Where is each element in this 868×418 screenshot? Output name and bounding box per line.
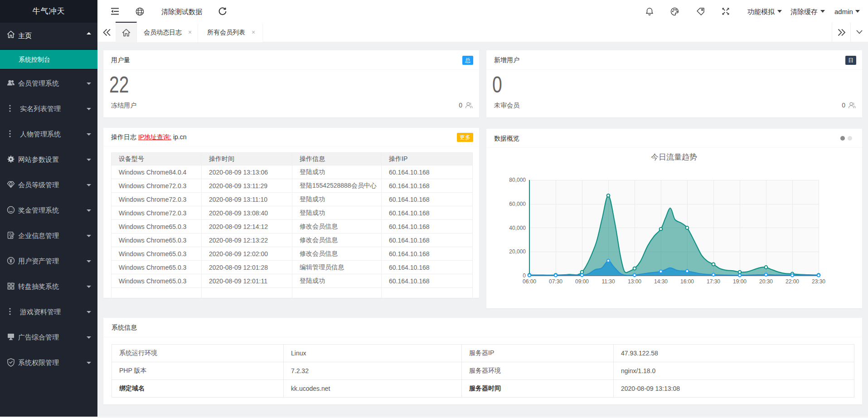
svg-text:13:00: 13:00 <box>628 278 641 285</box>
svg-text:09:00: 09:00 <box>575 278 589 285</box>
svg-text:19:00: 19:00 <box>733 278 747 285</box>
svg-text:11:30: 11:30 <box>601 278 615 285</box>
svg-text:20:30: 20:30 <box>759 278 773 285</box>
svg-text:07:30: 07:30 <box>549 278 563 285</box>
svg-text:17:30: 17:30 <box>707 278 720 285</box>
svg-text:20,000: 20,000 <box>509 248 526 255</box>
svg-text:40,000: 40,000 <box>509 225 526 231</box>
svg-text:60,000: 60,000 <box>509 201 526 207</box>
svg-text:今日流量趋势: 今日流量趋势 <box>651 153 697 161</box>
svg-text:22:00: 22:00 <box>786 278 799 285</box>
svg-text:23:30: 23:30 <box>812 278 825 285</box>
svg-text:06:00: 06:00 <box>523 278 536 285</box>
svg-text:0: 0 <box>523 272 526 279</box>
svg-text:80,000: 80,000 <box>509 177 526 183</box>
svg-text:16:00: 16:00 <box>680 278 694 285</box>
svg-text:14:30: 14:30 <box>654 278 668 285</box>
